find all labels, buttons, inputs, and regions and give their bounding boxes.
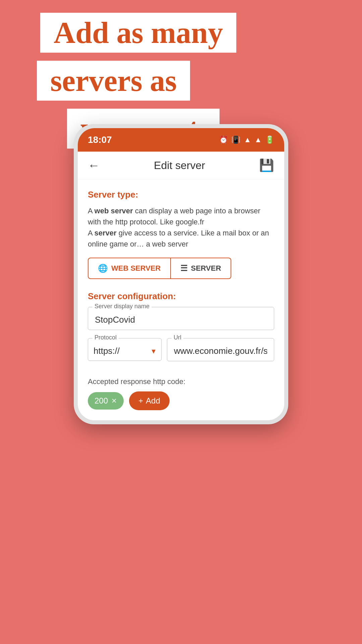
protocol-label: Protocol <box>93 334 119 341</box>
protocol-url-row: Protocol https:// http:// ▼ Url <box>88 338 274 369</box>
web-server-bold: web server <box>95 207 133 215</box>
url-input[interactable] <box>167 338 274 361</box>
hero-text-2: servers as <box>50 64 177 97</box>
web-server-button[interactable]: 🌐 WEB SERVER <box>88 258 171 279</box>
code-chip-value: 200 <box>95 396 108 406</box>
server-label: SERVER <box>191 264 221 273</box>
server-icon: ☰ <box>180 264 188 273</box>
server-bold: server <box>95 229 117 237</box>
server-button[interactable]: ☰ SERVER <box>171 258 231 279</box>
vibrate-icon: 📳 <box>231 136 240 144</box>
status-time: 18:07 <box>88 135 112 145</box>
status-icons: ⏰ 📳 ▲ ▲ 🔋 <box>219 136 274 144</box>
status-bar: 18:07 ⏰ 📳 ▲ ▲ 🔋 <box>78 128 284 152</box>
url-label: Url <box>172 334 183 341</box>
phone-inner: 18:07 ⏰ 📳 ▲ ▲ 🔋 ← Edit server 💾 Server t… <box>78 128 284 420</box>
http-code-label: Accepted response http code: <box>88 377 274 386</box>
server-description: A web server can display a web page into… <box>88 205 274 250</box>
globe-icon: 🌐 <box>98 264 108 273</box>
wifi-icon: ▲ <box>244 136 251 144</box>
notch <box>154 128 208 140</box>
alarm-icon: ⏰ <box>219 136 228 144</box>
hero-line-1: Add as many <box>40 13 236 53</box>
protocol-select[interactable]: https:// http:// <box>88 338 162 361</box>
content-area: Server type: A web server can display a … <box>78 179 284 420</box>
display-name-group: Server display name <box>88 307 274 330</box>
server-type-buttons: 🌐 WEB SERVER ☰ SERVER <box>88 258 274 279</box>
hero-text-1: Add as many <box>54 16 223 49</box>
server-type-label: Server type: <box>88 190 274 200</box>
add-label: Add <box>146 396 160 406</box>
display-name-input[interactable] <box>88 307 274 330</box>
web-server-label: WEB SERVER <box>111 264 161 273</box>
server-type-section: Server type: A web server can display a … <box>88 190 274 279</box>
url-group: Url <box>167 338 274 361</box>
signal-icon: ▲ <box>254 136 262 144</box>
back-button[interactable]: ← <box>88 158 100 172</box>
app-bar-title: Edit server <box>154 159 205 172</box>
plus-icon: + <box>138 396 143 406</box>
phone-mockup: 18:07 ⏰ 📳 ▲ ▲ 🔋 ← Edit server 💾 Server t… <box>74 124 288 424</box>
save-button[interactable]: 💾 <box>259 158 274 172</box>
protocol-group: Protocol https:// http:// ▼ <box>88 338 162 361</box>
code-chip-200: 200 ✕ <box>88 392 124 410</box>
server-config-label: Server configuration: <box>88 291 274 302</box>
server-config-section: Server configuration: Server display nam… <box>88 291 274 410</box>
app-bar: ← Edit server 💾 <box>78 152 284 179</box>
http-code-row: 200 ✕ + Add <box>88 391 274 410</box>
chip-close-icon[interactable]: ✕ <box>111 397 117 405</box>
display-name-label: Server display name <box>93 303 152 310</box>
add-button[interactable]: + Add <box>129 391 170 410</box>
hero-line-2: servers as <box>37 61 190 101</box>
battery-icon: 🔋 <box>265 136 274 144</box>
